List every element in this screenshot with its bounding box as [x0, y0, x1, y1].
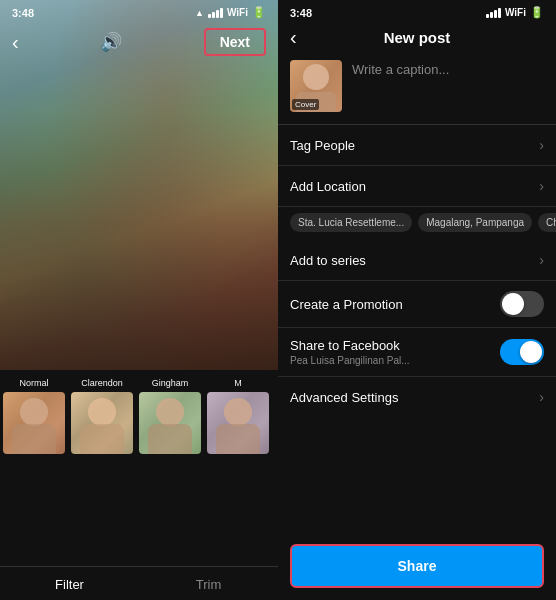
next-button[interactable]: Next [204, 28, 266, 56]
menu-item-tag-people[interactable]: Tag People › [278, 125, 556, 166]
share-button-container: Share [278, 528, 556, 600]
create-promotion-label: Create a Promotion [290, 297, 403, 312]
right-header: ‹ New post [278, 23, 556, 56]
filter-thumb-m [207, 392, 269, 454]
chevron-right-icon-4: › [539, 389, 544, 405]
caption-input[interactable]: Write a caption... [352, 60, 544, 77]
right-battery-icon: 🔋 [530, 6, 544, 19]
filter-list: Normal Clarendon Gingham [0, 378, 278, 454]
toggle-thumb [502, 293, 524, 315]
right-wifi-icon: WiFi [505, 7, 526, 18]
location-tags-row: Sta. Lucia Resettleme... Magalang, Pampa… [278, 207, 556, 240]
advanced-settings-row[interactable]: Advanced Settings › [278, 377, 556, 417]
filter-clarendon[interactable]: Clarendon [68, 378, 136, 454]
right-status-bar: 3:48 WiFi 🔋 [278, 0, 556, 23]
facebook-toggle[interactable] [500, 339, 544, 365]
right-panel: 3:48 WiFi 🔋 ‹ New post Cover Write a cap… [278, 0, 556, 600]
right-back-button[interactable]: ‹ [290, 26, 297, 49]
tab-trim[interactable]: Trim [139, 573, 278, 596]
bottom-tabs: Filter Trim [0, 566, 278, 600]
filter-m[interactable]: M [204, 378, 272, 454]
filter-thumb-normal [3, 392, 65, 454]
tag-chip-0[interactable]: Sta. Lucia Resettleme... [290, 213, 412, 232]
page-title: New post [384, 29, 451, 46]
tag-chip-1[interactable]: Magalang, Pampanga [418, 213, 532, 232]
left-panel: 3:48 ▲ WiFi 🔋 ‹ 🔊 Next Normal [0, 0, 278, 600]
menu-item-add-series[interactable]: Add to series › [278, 240, 556, 281]
facebook-info: Share to Facebook Pea Luisa Pangilinan P… [290, 338, 410, 366]
sound-icon[interactable]: 🔊 [100, 31, 122, 53]
post-thumbnail[interactable]: Cover [290, 60, 342, 112]
facebook-label: Share to Facebook [290, 338, 410, 353]
menu-item-add-location[interactable]: Add Location › [278, 166, 556, 207]
create-promotion-toggle[interactable] [500, 291, 544, 317]
filter-thumb-gingham [139, 392, 201, 454]
right-time: 3:48 [290, 7, 312, 19]
back-button[interactable]: ‹ [12, 31, 19, 54]
tab-filter[interactable]: Filter [0, 573, 139, 596]
tag-chip-2[interactable]: Chri [538, 213, 556, 232]
create-promotion-row: Create a Promotion [278, 281, 556, 328]
filter-thumb-clarendon [71, 392, 133, 454]
filters-section: Normal Clarendon Gingham [0, 370, 278, 566]
chevron-right-icon: › [539, 137, 544, 153]
right-signal-bars [486, 8, 501, 18]
advanced-settings-label: Advanced Settings [290, 390, 398, 405]
chevron-right-icon-2: › [539, 178, 544, 194]
facebook-account: Pea Luisa Pangilinan Pal... [290, 355, 410, 366]
right-status-icons: WiFi 🔋 [486, 6, 544, 19]
filter-normal[interactable]: Normal [0, 378, 68, 454]
share-button[interactable]: Share [290, 544, 544, 588]
facebook-toggle-thumb [520, 341, 542, 363]
left-toolbar: ‹ 🔊 Next [0, 0, 278, 64]
chevron-right-icon-3: › [539, 252, 544, 268]
cover-label: Cover [292, 99, 319, 110]
share-to-facebook-row: Share to Facebook Pea Luisa Pangilinan P… [278, 328, 556, 377]
filter-gingham[interactable]: Gingham [136, 378, 204, 454]
post-info-row: Cover Write a caption... [278, 56, 556, 124]
